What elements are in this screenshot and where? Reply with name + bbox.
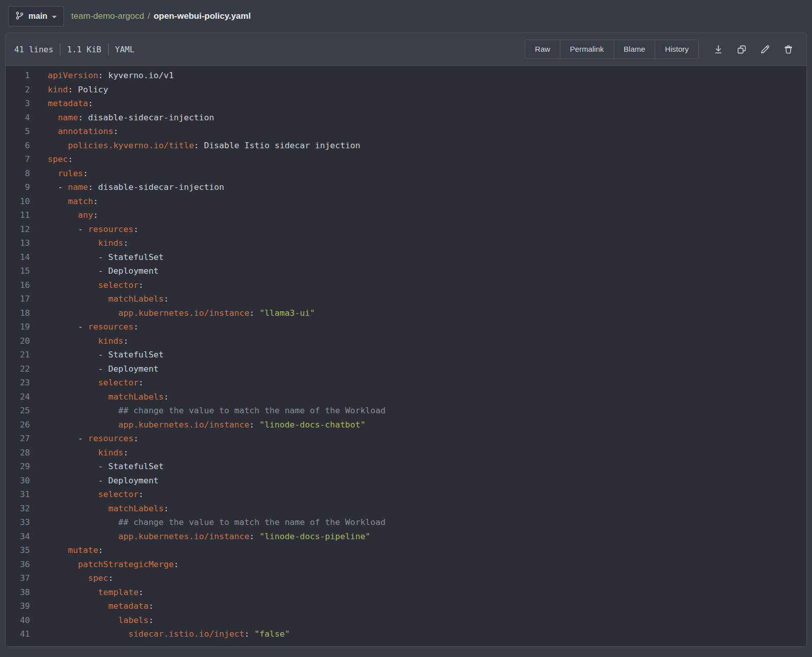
line-content: app.kubernetes.io/instance: "linode-docs… [30,418,365,432]
line-number[interactable]: 22 [6,362,30,376]
breadcrumb: team-demo-argocd / open-webui-policy.yam… [71,11,251,21]
file-header-bar: 41 lines 1.1 KiB YAML Raw Permalink Blam… [6,33,806,66]
line-number[interactable]: 26 [6,418,30,432]
line-content: sidecar.istio.io/inject: "false" [30,627,290,641]
line-number[interactable]: 32 [6,502,30,516]
line-number[interactable]: 14 [6,250,30,265]
line-content: - StatefulSet [30,348,163,362]
line-number[interactable]: 18 [6,306,30,320]
line-number[interactable]: 16 [6,278,30,292]
code-line: 37 spec: [6,571,806,585]
code-line: 3metadata: [6,96,806,111]
code-line: 32 matchLabels: [6,502,806,516]
code-line: 15 - Deployment [6,264,806,278]
line-number[interactable]: 41 [6,627,30,641]
file-line-count: 41 lines [14,45,53,54]
line-content: - StatefulSet [30,459,163,474]
line-number[interactable]: 39 [6,599,30,613]
line-number[interactable]: 17 [6,292,30,306]
line-content: selector: [30,376,144,390]
code-line: 38 template: [6,585,806,600]
code-line: 5 annotations: [6,124,806,139]
line-number[interactable]: 5 [6,124,30,139]
code-line: 12 - resources: [6,222,806,237]
line-number[interactable]: 20 [6,334,30,348]
line-content: selector: [30,278,144,292]
line-content: any: [30,208,98,222]
line-number[interactable]: 19 [6,320,30,334]
line-number[interactable]: 34 [6,530,30,544]
code-line: 19 - resources: [6,320,806,334]
line-number[interactable]: 6 [6,139,30,153]
delete-icon[interactable] [783,44,794,55]
line-content: ## change the value to match the name of… [30,404,386,418]
line-content: metadata: [30,599,154,613]
blame-button[interactable]: Blame [614,40,655,58]
code-line: 31 selector: [6,487,806,502]
line-number[interactable]: 30 [6,474,30,488]
line-number[interactable]: 29 [6,459,30,474]
line-content: app.kubernetes.io/instance: "llama3-ui" [30,306,315,320]
line-number[interactable]: 21 [6,348,30,362]
code-line: 29 - StatefulSet [6,459,806,474]
line-content: - StatefulSet [30,250,163,265]
raw-button[interactable]: Raw [525,40,560,58]
code-line: 10 match: [6,194,806,209]
git-branch-icon [15,11,24,22]
code-line: 23 selector: [6,376,806,390]
line-content: selector: [30,487,144,502]
line-number[interactable]: 40 [6,613,30,628]
line-number[interactable]: 25 [6,404,30,418]
line-number[interactable]: 31 [6,487,30,502]
download-icon[interactable] [713,44,724,55]
code-line: 26 app.kubernetes.io/instance: "linode-d… [6,418,806,432]
line-content: labels: [30,613,154,628]
line-number[interactable]: 11 [6,208,30,222]
line-number[interactable]: 27 [6,432,30,446]
line-content: rules: [30,167,88,181]
line-number[interactable]: 10 [6,194,30,209]
line-content: - resources: [30,320,139,334]
breadcrumb-bar: main team-demo-argocd / open-webui-polic… [0,0,812,32]
line-content: matchLabels: [30,502,168,516]
edit-icon[interactable] [759,44,770,55]
line-number[interactable]: 33 [6,515,30,530]
line-number[interactable]: 28 [6,446,30,460]
line-content: annotations: [30,124,118,139]
copy-icon[interactable] [736,44,747,55]
line-number[interactable]: 13 [6,236,30,250]
history-button[interactable]: History [655,40,698,58]
file-view-button-group: Raw Permalink Blame History [525,40,699,59]
line-number[interactable]: 38 [6,585,30,600]
branch-selector-button[interactable]: main [8,6,64,26]
code-line: 13 kinds: [6,236,806,250]
line-content: name: disable-sidecar-injection [30,111,214,125]
line-content: - Deployment [30,362,159,376]
line-number[interactable]: 9 [6,180,30,194]
breadcrumb-repo-link[interactable]: team-demo-argocd [71,11,144,21]
line-number[interactable]: 12 [6,222,30,237]
permalink-button[interactable]: Permalink [560,40,614,58]
line-number[interactable]: 23 [6,376,30,390]
line-number[interactable]: 1 [6,69,30,83]
code-line: 28 kinds: [6,446,806,460]
code-line: 20 kinds: [6,334,806,348]
line-number[interactable]: 24 [6,390,30,404]
breadcrumb-file-name: open-webui-policy.yaml [154,11,251,21]
line-number[interactable]: 35 [6,543,30,557]
line-number[interactable]: 4 [6,111,30,125]
line-number[interactable]: 3 [6,96,30,111]
line-number[interactable]: 15 [6,264,30,278]
line-content: kind: Policy [30,83,108,97]
line-content: - resources: [30,432,139,446]
line-number[interactable]: 37 [6,571,30,585]
line-number[interactable]: 36 [6,557,30,572]
file-action-icons [713,44,794,55]
line-number[interactable]: 7 [6,152,30,167]
line-content: policies.kyverno.io/title: Disable Istio… [30,139,360,153]
code-line: 22 - Deployment [6,362,806,376]
line-number[interactable]: 8 [6,167,30,181]
line-number[interactable]: 2 [6,83,30,97]
line-content: mutate: [30,543,103,557]
code-line: 16 selector: [6,278,806,292]
